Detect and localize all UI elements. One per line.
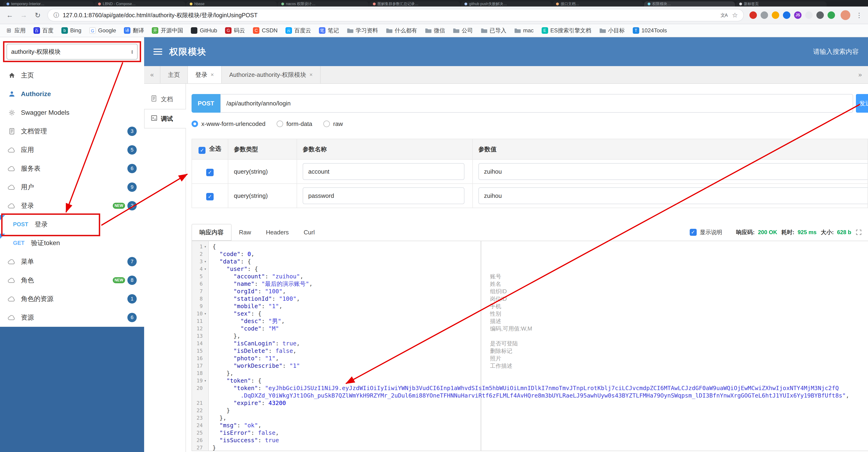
response-tab[interactable]: Curl: [296, 224, 322, 241]
vtab-debug[interactable]: 调试: [144, 109, 186, 129]
param-name-input[interactable]: password: [303, 187, 464, 204]
extension-icon[interactable]: [761, 11, 768, 19]
bookmark-es-docs[interactable]: EES搜索引擎文档: [541, 27, 591, 34]
fold-arrow-icon[interactable]: ▾: [203, 310, 208, 317]
fold-arrow-icon[interactable]: ▾: [203, 243, 208, 250]
content-type-option[interactable]: form-data: [277, 120, 312, 128]
extension-icon[interactable]: [805, 11, 813, 19]
bookmark-everything-folder[interactable]: 什么都有: [386, 27, 417, 34]
param-name-input[interactable]: account: [303, 163, 464, 180]
translate-icon[interactable]: 文A: [721, 12, 727, 19]
bookmark-apps[interactable]: ⊞应用: [6, 27, 26, 34]
response-tab[interactable]: Headers: [258, 224, 296, 241]
sidebar-item-resource[interactable]: 资源6: [0, 308, 144, 327]
sidebar-item-role[interactable]: 角色NEW8: [0, 271, 144, 289]
bookmark-github[interactable]: GitHub: [191, 27, 217, 34]
radio-icon[interactable]: [277, 120, 283, 127]
address-bar[interactable]: ⓘ 127.0.0.1:8760/api/gate/doc.html#/auth…: [48, 9, 744, 21]
close-icon[interactable]: ×: [211, 72, 214, 78]
bookmark-gitee[interactable]: G码云: [225, 27, 245, 34]
bookmark-study-folder[interactable]: 学习资料: [347, 27, 378, 34]
send-button[interactable]: 发送: [856, 94, 868, 113]
extension-icon[interactable]: [816, 11, 824, 19]
hamburger-icon[interactable]: [153, 47, 162, 56]
profile-avatar[interactable]: [841, 10, 850, 20]
fold-arrow-icon[interactable]: ▾: [203, 258, 208, 265]
bookmark-imported-folder[interactable]: 已导入: [481, 27, 506, 34]
request-url-input[interactable]: /api/authority/anno/login: [220, 94, 853, 113]
bookmark-goal-folder[interactable]: 小目标: [599, 27, 625, 34]
extension-icon[interactable]: [783, 11, 790, 19]
bookmark-google[interactable]: GGoogle: [89, 27, 116, 34]
bookmark-baiduyun[interactable]: 云百度云: [285, 27, 311, 34]
extension-icon[interactable]: JS: [794, 11, 802, 19]
fold-arrow-icon[interactable]: ▾: [203, 377, 208, 385]
bookmark-translate[interactable]: 译翻译: [124, 27, 144, 34]
response-tab[interactable]: Raw: [231, 224, 258, 241]
browser-tab[interactable]: github push失败解决…: [461, 1, 552, 6]
sidebar-item-doc-manage[interactable]: 文档管理3: [0, 122, 144, 141]
page-info-icon[interactable]: ⓘ: [54, 11, 59, 19]
sidebar-item-get-verify-token[interactable]: GET验证token: [0, 234, 144, 252]
radio-icon[interactable]: [191, 120, 198, 127]
bookmark-bing[interactable]: bBing: [61, 27, 81, 34]
bookmark-company-folder[interactable]: 公司: [453, 27, 473, 34]
close-icon[interactable]: ×: [309, 72, 313, 78]
content-type-option[interactable]: x-www-form-urlencoded: [191, 120, 266, 128]
browser-tab[interactable]: hbase: [186, 1, 277, 6]
browser-tab[interactable]: 新标签页: [736, 1, 827, 6]
response-tab[interactable]: 响应内容: [191, 224, 231, 241]
sidebar-item-user[interactable]: 用户9: [0, 178, 144, 196]
tab-authorize[interactable]: Authorize-authority-权限模块×: [222, 66, 320, 83]
bookmark-tools1024[interactable]: T1024Tools: [633, 27, 667, 34]
browser-tab[interactable]: nacos 权限设计…: [278, 1, 369, 6]
sidebar-item-swagger-models[interactable]: Swagger Models: [0, 103, 144, 122]
sidebar-item-authorize[interactable]: Authorize: [0, 85, 144, 103]
select-all-checkbox[interactable]: ✓: [198, 147, 206, 154]
sidebar-item-home[interactable]: 主页: [0, 66, 144, 85]
bookmark-wechat-folder[interactable]: 微信: [425, 27, 445, 34]
fold-arrow-icon[interactable]: ▾: [203, 265, 208, 273]
browser-tab[interactable]: temporary-Interior…: [3, 1, 94, 6]
sidebar-item-app[interactable]: 应用5: [0, 141, 144, 159]
bookmark-mac-folder[interactable]: mac: [514, 27, 533, 34]
tab-login[interactable]: 登录×: [188, 66, 222, 83]
vtab-doc[interactable]: 文档: [144, 89, 186, 109]
sidebar-item-role-resource[interactable]: 角色的资源1: [0, 289, 144, 308]
extension-icon[interactable]: [749, 11, 757, 19]
bookmark-star-icon[interactable]: ☆: [732, 11, 738, 19]
browser-menu-icon[interactable]: ⋮: [856, 11, 862, 19]
back-icon[interactable]: ←: [6, 11, 14, 19]
row-checkbox[interactable]: ✓: [206, 169, 214, 176]
sidebar-item-service-table[interactable]: 服务表6: [0, 159, 144, 178]
tab-home[interactable]: 主页: [160, 66, 188, 83]
header-search-input[interactable]: 请输入搜索内容: [813, 47, 859, 56]
browser-tab[interactable]: 图解集群参数汇总记录…: [369, 1, 460, 6]
code-token: [213, 295, 234, 302]
reload-icon[interactable]: ↻: [33, 11, 42, 19]
radio-icon[interactable]: [323, 120, 330, 127]
extension-icon[interactable]: [772, 11, 779, 19]
bookmark-note[interactable]: 笔笔记: [319, 27, 339, 34]
forward-icon[interactable]: →: [20, 11, 28, 19]
sidebar-item-menu[interactable]: 菜单7: [0, 252, 144, 271]
extension-icon[interactable]: [828, 11, 835, 19]
param-value-input[interactable]: zuihou: [478, 163, 868, 180]
fullscreen-icon[interactable]: [856, 229, 862, 235]
response-editor[interactable]: 1▾23▾4▾5678910▾111213141516171819▾202122…: [191, 241, 868, 451]
collapse-left-icon[interactable]: «: [144, 66, 160, 83]
bookmark-oschina[interactable]: 开开源中国: [152, 27, 183, 34]
content-type-option[interactable]: raw: [323, 120, 343, 128]
service-select[interactable]: authority-权限模块 ▴▾: [6, 44, 137, 60]
collapse-right-icon[interactable]: »: [852, 66, 868, 83]
bookmark-csdn[interactable]: CCSDN: [253, 27, 278, 34]
param-value-input[interactable]: zuihou: [478, 187, 868, 204]
show-desc-checkbox[interactable]: ✓: [690, 229, 697, 236]
sidebar-item-post-login[interactable]: POST登录: [0, 215, 144, 234]
browser-tab[interactable]: LBND - Compose…: [94, 1, 186, 6]
bookmark-baidu[interactable]: 百百度: [33, 27, 54, 34]
browser-tab[interactable]: 接口文档…: [552, 1, 644, 6]
row-checkbox[interactable]: ✓: [206, 193, 214, 200]
browser-tab[interactable]: 权限模块…: [644, 1, 735, 6]
sidebar-item-login[interactable]: 登录NEW2: [0, 196, 144, 215]
